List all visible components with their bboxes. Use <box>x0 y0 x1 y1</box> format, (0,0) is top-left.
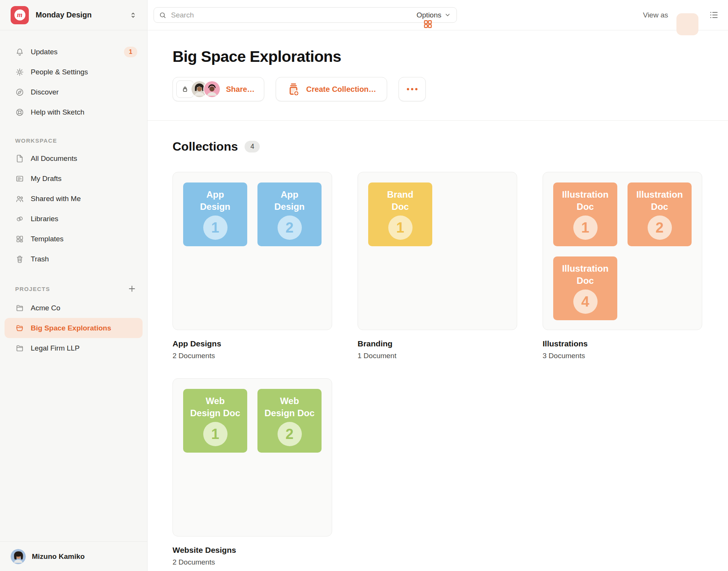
libraries-icon <box>15 214 24 223</box>
tile-title-line: Design Doc <box>264 407 314 419</box>
tile-title-line: Design <box>200 201 230 213</box>
collection-branding: Brand Doc 1 Branding 1 Document <box>358 172 517 360</box>
search-icon <box>159 11 166 19</box>
people-icon <box>15 194 24 203</box>
sidebar-item-trash[interactable]: Trash <box>0 249 147 269</box>
create-collection-label: Create Collection… <box>306 85 376 94</box>
tile-number-circle: 1 <box>203 216 228 240</box>
tile-number-circle: 2 <box>648 216 672 240</box>
collection-name: App Designs <box>173 339 332 348</box>
collection-card[interactable]: Web Design Doc 1 Web Design Doc 2 <box>173 378 332 536</box>
logo-m-glyph: m <box>14 9 25 20</box>
user-account-button[interactable]: Mizuno Kamiko <box>0 541 147 571</box>
trash-icon <box>15 255 24 264</box>
sidebar-item-label: Shared with Me <box>31 195 137 203</box>
projects-section-label: PROJECTS <box>15 286 127 292</box>
collection-card[interactable]: Illustration Doc 1 Illustration Doc <box>543 172 702 330</box>
collections-grid: App Design 1 App Design 2 <box>173 172 703 566</box>
tile-title-line: Doc <box>651 201 668 213</box>
tile-title-line: App <box>281 189 298 201</box>
collection-document-count: 3 Documents <box>543 352 702 360</box>
sidebar-item-help[interactable]: Help with Sketch <box>0 102 147 122</box>
search-options-dropdown[interactable]: Options <box>417 11 450 19</box>
collections-count-badge: 4 <box>245 141 260 153</box>
templates-icon <box>15 234 24 244</box>
create-collection-button[interactable]: Create Collection… <box>276 77 387 101</box>
user-avatar <box>11 549 26 564</box>
sidebar-item-label: Legal Firm LLP <box>31 344 137 352</box>
search-input[interactable] <box>171 11 412 19</box>
folder-icon <box>15 344 24 353</box>
tile-number: 1 <box>581 220 589 236</box>
workspace-switcher[interactable]: m Monday Design <box>0 0 147 30</box>
document-tile[interactable]: Illustration Doc 2 <box>628 182 692 246</box>
document-tile[interactable]: Illustration Doc 4 <box>553 256 617 320</box>
sidebar-item-label: Help with Sketch <box>31 108 137 116</box>
sidebar-item-all-documents[interactable]: All Documents <box>0 148 147 168</box>
tile-number-circle: 1 <box>573 216 598 240</box>
collection-card[interactable]: Brand Doc 1 <box>358 172 517 330</box>
compass-icon <box>15 88 24 97</box>
sidebar-item-discover[interactable]: Discover <box>0 82 147 102</box>
workspace-section-header: WORKSPACE <box>0 137 147 144</box>
tile-number: 2 <box>656 220 664 236</box>
document-tile[interactable]: App Design 2 <box>257 182 322 246</box>
document-tile[interactable]: Illustration Doc 1 <box>553 182 617 246</box>
collections-heading: Collections <box>173 140 238 154</box>
sidebar-item-people-settings[interactable]: People & Settings <box>0 62 147 82</box>
workspace-section-label: WORKSPACE <box>15 137 136 144</box>
sidebar-item-my-drafts[interactable]: My Drafts <box>0 168 147 189</box>
sidebar-item-big-space-explorations[interactable]: Big Space Explorations <box>5 318 143 338</box>
collection-document-count: 2 Documents <box>173 558 332 566</box>
tile-title-line: Design <box>274 201 304 213</box>
add-project-button[interactable] <box>127 284 136 293</box>
tile-title-line: Doc <box>392 201 409 213</box>
tile-title-line: Illustration <box>562 189 609 201</box>
section-divider <box>147 120 728 121</box>
sidebar-item-label: Updates <box>31 48 118 56</box>
tile-number: 1 <box>211 220 219 236</box>
collection-website-designs: Web Design Doc 1 Web Design Doc 2 <box>173 378 332 566</box>
list-view-icon <box>709 10 719 20</box>
document-tile[interactable]: App Design 1 <box>183 182 247 246</box>
share-button[interactable]: Share… <box>173 77 264 101</box>
bell-icon <box>15 47 24 57</box>
sidebar-item-shared-with-me[interactable]: Shared with Me <box>0 189 147 209</box>
sidebar-item-templates[interactable]: Templates <box>0 229 147 249</box>
page-title: Big Space Explorations <box>173 48 703 66</box>
collection-document-count: 2 Documents <box>173 352 332 360</box>
project-actions: Share… <box>173 77 703 101</box>
document-tile[interactable]: Web Design Doc 2 <box>257 389 322 453</box>
document-icon <box>15 154 24 163</box>
tile-number-circle: 1 <box>388 216 413 240</box>
sidebar-item-updates[interactable]: Updates 1 <box>0 42 147 62</box>
share-button-label: Share… <box>226 85 255 94</box>
collaborator-avatar <box>203 80 221 98</box>
more-options-button[interactable] <box>399 77 426 101</box>
tile-number: 2 <box>286 426 293 442</box>
sidebar-item-label: My Drafts <box>31 175 137 183</box>
sidebar-item-acme-co[interactable]: Acme Co <box>0 298 147 318</box>
workspace-logo: m <box>11 6 29 24</box>
sidebar-item-legal-firm-llp[interactable]: Legal Firm LLP <box>0 338 147 358</box>
folder-icon <box>15 304 24 313</box>
sidebar-workspace-nav: All Documents My Drafts <box>0 148 147 269</box>
sidebar-item-libraries[interactable]: Libraries <box>0 209 147 229</box>
collection-card[interactable]: App Design 1 App Design 2 <box>173 172 332 330</box>
document-tile[interactable]: Web Design Doc 1 <box>183 389 247 453</box>
tile-title-line: App <box>206 189 224 201</box>
sidebar-main-nav: Updates 1 People & Settings <box>0 30 147 122</box>
list-view-button[interactable] <box>704 4 723 26</box>
selector-chevrons-icon[interactable] <box>129 11 137 19</box>
collections-header: Collections 4 <box>173 140 703 154</box>
ellipsis-icon <box>411 88 413 90</box>
gear-icon <box>15 68 24 77</box>
document-tile[interactable]: Brand Doc 1 <box>368 182 432 246</box>
collaborator-avatars <box>191 80 221 98</box>
tile-title-line: Brand <box>387 189 413 201</box>
tile-number: 1 <box>211 426 219 442</box>
search-bar[interactable]: Options <box>154 7 457 23</box>
tile-title-line: Doc <box>577 201 594 213</box>
tile-number: 2 <box>286 220 293 236</box>
sidebar-item-label: Big Space Explorations <box>31 324 136 332</box>
